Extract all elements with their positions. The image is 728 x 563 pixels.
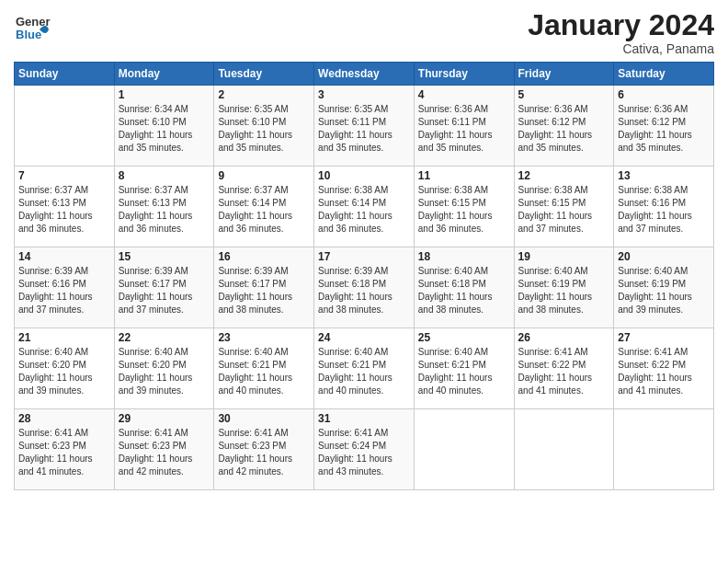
day-number: 15 [119,250,210,263]
day-number: 17 [318,250,410,263]
day-cell: 26Sunrise: 6:41 AM Sunset: 6:22 PM Dayli… [514,328,614,409]
day-cell: 7Sunrise: 6:37 AM Sunset: 6:13 PM Daylig… [15,167,115,247]
day-info: Sunrise: 6:35 AM Sunset: 6:11 PM Dayligh… [318,103,410,155]
title-area: January 2024 Cativa, Panama [528,9,714,56]
day-number: 25 [418,331,510,344]
day-cell: 9Sunrise: 6:37 AM Sunset: 6:14 PM Daylig… [214,167,314,247]
header-row: SundayMondayTuesdayWednesdayThursdayFrid… [15,63,714,86]
col-header-tuesday: Tuesday [214,63,314,86]
day-number: 18 [418,250,510,263]
week-row-2: 7Sunrise: 6:37 AM Sunset: 6:13 PM Daylig… [15,167,714,247]
day-info: Sunrise: 6:40 AM Sunset: 6:21 PM Dayligh… [418,346,510,397]
location-subtitle: Cativa, Panama [528,41,714,56]
month-title: January 2024 [528,9,714,41]
day-number: 23 [218,331,310,344]
day-cell: 24Sunrise: 6:40 AM Sunset: 6:21 PM Dayli… [314,328,415,409]
day-cell: 21Sunrise: 6:40 AM Sunset: 6:20 PM Dayli… [15,328,115,409]
day-info: Sunrise: 6:39 AM Sunset: 6:18 PM Dayligh… [318,265,410,316]
day-info: Sunrise: 6:36 AM Sunset: 6:11 PM Dayligh… [418,103,510,155]
day-info: Sunrise: 6:38 AM Sunset: 6:15 PM Dayligh… [418,184,510,236]
day-number: 12 [518,169,610,182]
col-header-monday: Monday [114,63,214,86]
col-header-friday: Friday [514,63,614,86]
day-cell [15,86,115,167]
day-cell: 25Sunrise: 6:40 AM Sunset: 6:21 PM Dayli… [414,328,514,409]
day-number: 1 [119,88,210,101]
week-row-5: 28Sunrise: 6:41 AM Sunset: 6:23 PM Dayli… [15,409,714,490]
day-number: 9 [218,169,310,182]
day-cell: 11Sunrise: 6:38 AM Sunset: 6:15 PM Dayli… [414,167,514,247]
day-cell: 6Sunrise: 6:36 AM Sunset: 6:12 PM Daylig… [614,86,714,167]
day-cell: 22Sunrise: 6:40 AM Sunset: 6:20 PM Dayli… [114,328,214,409]
col-header-saturday: Saturday [614,63,714,86]
page-container: General Blue January 2024 Cativa, Panama… [0,0,728,500]
day-number: 19 [518,250,610,263]
day-number: 26 [518,331,610,344]
day-info: Sunrise: 6:36 AM Sunset: 6:12 PM Dayligh… [518,103,610,155]
day-cell: 1Sunrise: 6:34 AM Sunset: 6:10 PM Daylig… [114,86,214,167]
col-header-sunday: Sunday [15,63,115,86]
logo: General Blue [14,9,51,50]
day-cell: 13Sunrise: 6:38 AM Sunset: 6:16 PM Dayli… [614,167,714,247]
day-info: Sunrise: 6:38 AM Sunset: 6:14 PM Dayligh… [318,184,410,236]
day-cell [414,409,514,490]
day-number: 5 [518,88,610,101]
day-number: 7 [18,169,110,182]
day-info: Sunrise: 6:40 AM Sunset: 6:19 PM Dayligh… [518,265,610,316]
col-header-wednesday: Wednesday [314,63,415,86]
day-number: 3 [318,88,410,101]
day-info: Sunrise: 6:34 AM Sunset: 6:10 PM Dayligh… [119,103,210,155]
day-info: Sunrise: 6:39 AM Sunset: 6:16 PM Dayligh… [18,265,110,316]
day-info: Sunrise: 6:37 AM Sunset: 6:13 PM Dayligh… [18,184,110,236]
day-number: 8 [119,169,210,182]
day-number: 24 [318,331,410,344]
day-number: 30 [218,412,310,425]
day-cell: 8Sunrise: 6:37 AM Sunset: 6:13 PM Daylig… [114,167,214,247]
day-info: Sunrise: 6:40 AM Sunset: 6:21 PM Dayligh… [318,346,410,397]
week-row-3: 14Sunrise: 6:39 AM Sunset: 6:16 PM Dayli… [15,247,714,328]
day-number: 27 [618,331,710,344]
day-cell: 16Sunrise: 6:39 AM Sunset: 6:17 PM Dayli… [214,247,314,328]
day-number: 29 [119,412,210,425]
day-cell: 27Sunrise: 6:41 AM Sunset: 6:22 PM Dayli… [614,328,714,409]
day-cell: 19Sunrise: 6:40 AM Sunset: 6:19 PM Dayli… [514,247,614,328]
day-number: 14 [18,250,110,263]
day-info: Sunrise: 6:40 AM Sunset: 6:19 PM Dayligh… [618,265,710,316]
day-number: 2 [218,88,310,101]
day-number: 28 [18,412,110,425]
day-number: 22 [119,331,210,344]
day-number: 10 [318,169,410,182]
day-number: 21 [18,331,110,344]
day-info: Sunrise: 6:37 AM Sunset: 6:14 PM Dayligh… [218,184,310,236]
day-number: 16 [218,250,310,263]
day-info: Sunrise: 6:37 AM Sunset: 6:13 PM Dayligh… [119,184,210,236]
day-cell: 12Sunrise: 6:38 AM Sunset: 6:15 PM Dayli… [514,167,614,247]
svg-text:Blue: Blue [16,28,41,41]
logo-mark: General Blue [14,9,51,50]
day-cell: 30Sunrise: 6:41 AM Sunset: 6:23 PM Dayli… [214,409,314,490]
day-cell [514,409,614,490]
day-cell: 29Sunrise: 6:41 AM Sunset: 6:23 PM Dayli… [114,409,214,490]
day-cell: 18Sunrise: 6:40 AM Sunset: 6:18 PM Dayli… [414,247,514,328]
col-header-thursday: Thursday [414,63,514,86]
day-cell: 31Sunrise: 6:41 AM Sunset: 6:24 PM Dayli… [314,409,415,490]
day-number: 31 [318,412,410,425]
day-info: Sunrise: 6:40 AM Sunset: 6:20 PM Dayligh… [18,346,110,397]
day-cell: 23Sunrise: 6:40 AM Sunset: 6:21 PM Dayli… [214,328,314,409]
day-info: Sunrise: 6:39 AM Sunset: 6:17 PM Dayligh… [218,265,310,316]
day-number: 6 [618,88,710,101]
day-info: Sunrise: 6:41 AM Sunset: 6:23 PM Dayligh… [18,427,110,478]
day-info: Sunrise: 6:38 AM Sunset: 6:16 PM Dayligh… [618,184,710,236]
day-info: Sunrise: 6:41 AM Sunset: 6:22 PM Dayligh… [618,346,710,397]
day-cell: 2Sunrise: 6:35 AM Sunset: 6:10 PM Daylig… [214,86,314,167]
day-cell: 17Sunrise: 6:39 AM Sunset: 6:18 PM Dayli… [314,247,415,328]
day-cell: 5Sunrise: 6:36 AM Sunset: 6:12 PM Daylig… [514,86,614,167]
day-info: Sunrise: 6:41 AM Sunset: 6:22 PM Dayligh… [518,346,610,397]
day-cell: 10Sunrise: 6:38 AM Sunset: 6:14 PM Dayli… [314,167,415,247]
day-info: Sunrise: 6:40 AM Sunset: 6:20 PM Dayligh… [119,346,210,397]
week-row-4: 21Sunrise: 6:40 AM Sunset: 6:20 PM Dayli… [15,328,714,409]
day-info: Sunrise: 6:41 AM Sunset: 6:24 PM Dayligh… [318,427,410,478]
week-row-1: 1Sunrise: 6:34 AM Sunset: 6:10 PM Daylig… [15,86,714,167]
day-info: Sunrise: 6:38 AM Sunset: 6:15 PM Dayligh… [518,184,610,236]
day-info: Sunrise: 6:41 AM Sunset: 6:23 PM Dayligh… [218,427,310,478]
